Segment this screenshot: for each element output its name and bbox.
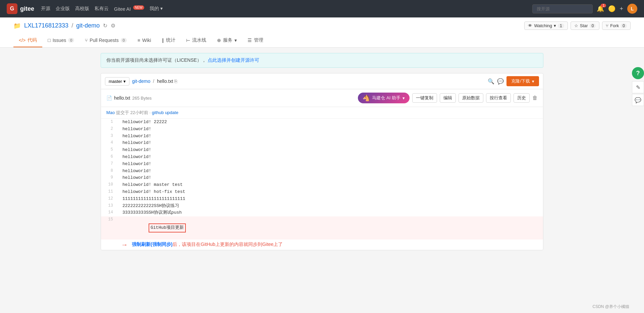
clone-download-btn[interactable]: 克隆/下载 ▾ (506, 76, 539, 86)
nav-my[interactable]: 我的 ▾ (150, 6, 163, 12)
copy-path-icon[interactable]: ⎘ (174, 79, 177, 84)
file-icon: 📄 (106, 95, 112, 101)
navbar: G gitee 开源 企业版 高校版 私有云 Gitee AI NEW 我的 ▾… (0, 0, 644, 17)
tab-code[interactable]: </> 代码 (13, 34, 42, 47)
code-line-8: 8 helloworld! (101, 168, 543, 175)
annotation-text: 强制刷新(强制同步)后，该项目在GitHub上更新的内容就同步到Gitee上了 (132, 242, 283, 248)
tab-wiki[interactable]: ≡ Wiki (132, 34, 157, 47)
star-icon: ☆ (574, 23, 578, 28)
branch-chevron-icon: ▾ (123, 79, 126, 84)
comment-icon[interactable]: 💬 (497, 78, 504, 85)
history-btn[interactable]: 历史 (514, 93, 530, 103)
code-line-10: 10 helloworld! master test (101, 181, 543, 189)
pipeline-icon: ⊢ (186, 38, 190, 43)
line-number-2: 2 (101, 126, 117, 132)
tab-issues[interactable]: □ Issues 0 (42, 34, 79, 47)
watching-count: 1 (558, 23, 564, 28)
right-sidebar: ? ✎ 💬 (632, 67, 644, 106)
repo-name-link[interactable]: git-demo (76, 22, 100, 29)
star-count: 0 (590, 23, 596, 28)
line-code-15: GitHub项目更新 (117, 216, 543, 239)
tab-code-label: 代码 (28, 37, 37, 43)
logo-icon: G (7, 3, 17, 14)
commit-message-link[interactable]: github update (152, 110, 178, 115)
nav-enterprise[interactable]: 企业版 (56, 6, 70, 12)
nav-ai[interactable]: Gitee AI NEW (114, 6, 144, 12)
clone-chevron-icon: ▾ (532, 79, 534, 84)
code-line-9: 9 helloworld! (101, 174, 543, 181)
file-name: hello.txt (114, 95, 130, 101)
services-icon: ⊕ (217, 38, 221, 43)
repo-title-left: 📁 LXL1716812333 / git-demo ↻ ⚙ (13, 22, 115, 30)
tab-stats-label: 统计 (166, 37, 175, 43)
settings-icon[interactable]: ⚙ (111, 22, 115, 29)
nav-university[interactable]: 高校版 (75, 6, 89, 12)
logo[interactable]: G gitee (7, 3, 34, 14)
brand-name: gitee (20, 5, 34, 12)
code-line-5: 5 helloworld! (101, 147, 543, 154)
watching-btn[interactable]: 👁 Watching ▾ 1 (524, 21, 568, 30)
points-icon[interactable]: 🟡 (608, 5, 615, 12)
avatar[interactable]: L (627, 4, 637, 14)
line-number-4: 4 (101, 140, 117, 146)
line-code-10: helloworld! master test (117, 181, 543, 189)
raw-btn[interactable]: 原始数据 (459, 93, 483, 103)
search-icon[interactable]: 🔍 (488, 78, 494, 85)
refresh-icon[interactable]: ↻ (103, 22, 107, 29)
line-code-4: helloworld! (117, 140, 543, 147)
code-line-4: 4 helloworld! (101, 140, 543, 147)
commit-author-link[interactable]: Mao (106, 110, 115, 115)
breadcrumb-repo[interactable]: git-demo (132, 79, 150, 84)
code-line-12: 12 111111111111111111111111 (101, 196, 543, 203)
search-input[interactable] (532, 4, 593, 13)
line-number-10: 10 (101, 181, 117, 188)
blame-btn[interactable]: 按行查看 (486, 93, 511, 103)
tab-manage[interactable]: ☰ 管理 (242, 34, 269, 47)
chevron-down-icon: ▾ (234, 38, 237, 43)
chat-icon: 💬 (635, 97, 641, 103)
manage-icon: ☰ (248, 38, 252, 43)
pr-icon: ⑂ (85, 38, 88, 43)
repo-title-row: 📁 LXL1716812333 / git-demo ↻ ⚙ 👁 Watchin… (13, 21, 631, 34)
line-number-6: 6 (101, 154, 117, 160)
code-icon: </> (19, 38, 25, 43)
add-btn[interactable]: + (620, 5, 623, 12)
line-code-8: helloworld! (117, 168, 543, 175)
tab-pull-requests[interactable]: ⑂ Pull Requests 0 (79, 34, 132, 47)
nav-opensource[interactable]: 开源 (41, 6, 50, 12)
code-line-13: 13 222222222222SSH协议练习 (101, 203, 543, 210)
file-browser: master ▾ git-demo / hello.txt ⎘ 🔍 💬 克隆/下… (101, 73, 543, 250)
line-number-13: 13 (101, 203, 117, 209)
repo-owner-link[interactable]: LXL1716812333 (24, 22, 68, 29)
edit-btn[interactable]: 编辑 (440, 93, 456, 103)
license-notice: 你当前开源项目尚未选择许可证（LICENSE）， 点此选择并创建开源许可 (101, 53, 543, 68)
breadcrumb-sep: / (153, 79, 154, 84)
ai-assistant-btn[interactable]: 🐴 马建仓 AI 助手 ▾ (358, 93, 410, 103)
star-btn[interactable]: ☆ Star 0 (571, 21, 600, 30)
fork-label: Fork (610, 23, 619, 28)
help-fab[interactable]: ? (632, 67, 644, 79)
copy-all-btn[interactable]: 一键复制 (412, 93, 437, 103)
repo-slash: / (71, 22, 73, 29)
branch-selector[interactable]: master ▾ (105, 77, 129, 86)
license-link[interactable]: 点此选择并创建开源许可 (208, 57, 259, 63)
tab-stats[interactable]: ∥ 统计 (156, 34, 181, 47)
nav-links: 开源 企业版 高校版 私有云 Gitee AI NEW 我的 ▾ (41, 6, 526, 12)
tab-services[interactable]: ⊕ 服务 ▾ (212, 34, 242, 47)
file-size: 265 Bytes (132, 96, 152, 101)
nav-private[interactable]: 私有云 (95, 6, 109, 12)
code-line-1: 1 helloworld! 22222 (101, 119, 543, 126)
chat-sidebar-btn[interactable]: 💬 (632, 94, 644, 106)
tab-pipeline[interactable]: ⊢ 流水线 (181, 34, 212, 47)
edit-sidebar-btn[interactable]: ✎ (632, 81, 644, 93)
delete-btn[interactable]: 🗑 (532, 95, 538, 101)
line-number-7: 7 (101, 161, 117, 167)
line-code-14: 333333333SSH协议测试push (117, 209, 543, 216)
eye-icon: 👁 (528, 23, 532, 28)
fork-btn[interactable]: ⑂ Fork 0 (602, 21, 631, 30)
line-number-1: 1 (101, 119, 117, 125)
code-line-7: 7 helloworld! (101, 161, 543, 168)
navbar-right: 🔔 1 🟡 + L (532, 4, 637, 14)
edit-icon: ✎ (636, 84, 640, 91)
notification-btn[interactable]: 🔔 1 (597, 5, 604, 12)
